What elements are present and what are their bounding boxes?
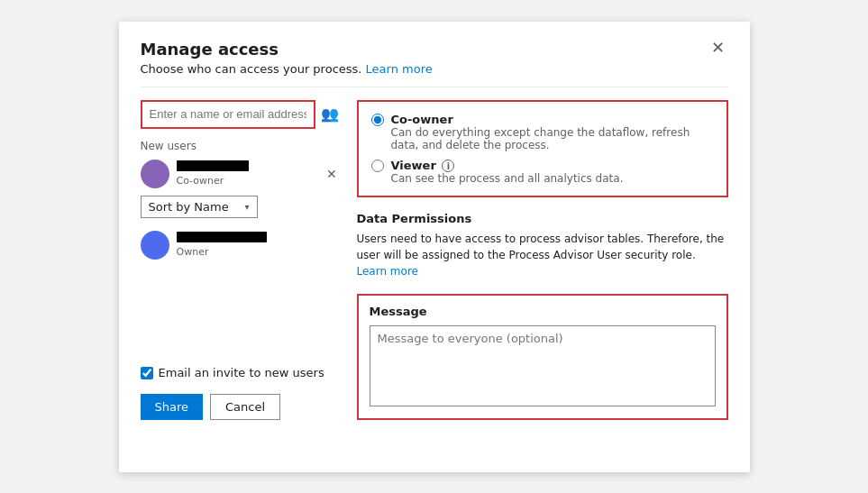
right-panel: Co-owner Can do everything except change… <box>357 100 728 421</box>
owner-info: Owner <box>177 232 339 258</box>
owner-row: Owner <box>141 231 339 260</box>
close-button[interactable]: ✕ <box>708 40 728 56</box>
viewer-info-icon: i <box>442 160 454 172</box>
dialog-title: Manage access <box>141 40 279 59</box>
new-user-avatar <box>141 160 169 188</box>
left-panel: 👥 New users Co-owner ✕ Sort by Name ▾ <box>141 100 339 421</box>
coowner-radio-row: Co-owner Can do everything except change… <box>371 113 714 151</box>
coowner-desc: Can do everything except change the data… <box>391 126 714 151</box>
viewer-label: Viewer i <box>391 159 624 173</box>
share-button[interactable]: Share <box>141 394 204 420</box>
header-divider <box>141 87 728 87</box>
message-title: Message <box>370 305 716 318</box>
add-person-icon: 👥 <box>321 105 339 123</box>
role-selection-box: Co-owner Can do everything except change… <box>357 100 728 198</box>
email-invite-label: Email an invite to new users <box>159 366 324 379</box>
viewer-desc: Can see the process and all analytics da… <box>391 172 624 185</box>
cancel-button[interactable]: Cancel <box>210 394 280 420</box>
new-user-info: Co-owner <box>177 160 317 187</box>
dialog-header: Manage access ✕ <box>141 40 728 59</box>
action-buttons: Share Cancel <box>141 394 339 420</box>
search-input[interactable] <box>141 100 315 129</box>
data-permissions-text: Users need to have access to process adv… <box>357 231 728 279</box>
viewer-radio[interactable] <box>371 160 384 172</box>
sort-dropdown[interactable]: Sort by Name ▾ <box>141 196 258 218</box>
owner-name-block <box>177 232 267 242</box>
dialog-subtitle: Choose who can access your process. Lear… <box>141 62 728 76</box>
new-user-role: Co-owner <box>177 175 224 187</box>
sort-label: Sort by Name <box>149 200 229 214</box>
data-permissions-learn-more[interactable]: Learn more <box>357 265 418 278</box>
message-box: Message <box>357 294 728 420</box>
manage-access-dialog: Manage access ✕ Choose who can access yo… <box>119 22 750 472</box>
email-invite-checkbox[interactable] <box>141 367 153 379</box>
chevron-down-icon: ▾ <box>244 202 249 212</box>
email-invite-row: Email an invite to new users <box>141 366 339 379</box>
owner-avatar <box>141 231 169 260</box>
viewer-radio-row: Viewer i Can see the process and all ana… <box>371 159 714 186</box>
learn-more-link[interactable]: Learn more <box>366 62 433 76</box>
message-textarea[interactable] <box>370 325 716 406</box>
main-layout: 👥 New users Co-owner ✕ Sort by Name ▾ <box>141 100 728 421</box>
remove-user-button[interactable]: ✕ <box>324 165 339 183</box>
new-user-row: Co-owner ✕ <box>141 160 339 188</box>
owner-role: Owner <box>177 246 209 258</box>
new-users-label: New users <box>141 140 339 152</box>
data-permissions-title: Data Permissions <box>357 212 728 225</box>
new-user-name-block <box>177 160 249 171</box>
coowner-label: Co-owner <box>391 113 714 126</box>
coowner-radio[interactable] <box>371 114 384 126</box>
